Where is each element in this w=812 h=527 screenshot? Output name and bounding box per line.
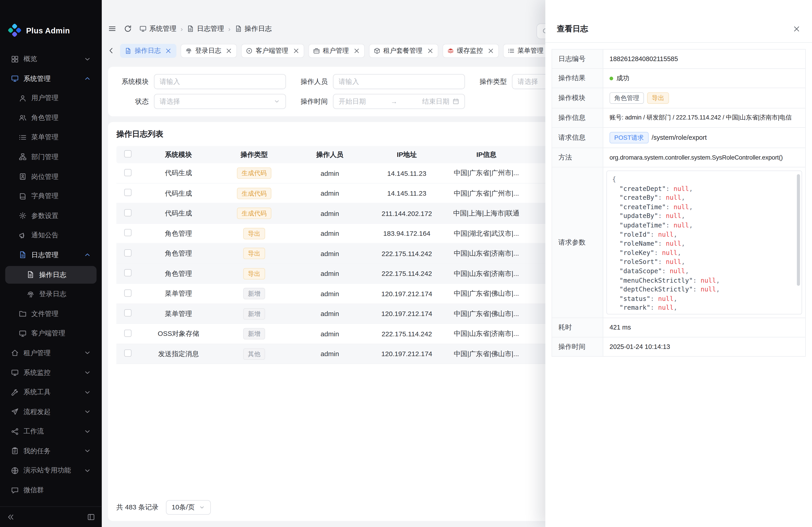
sidebar-item-user-management[interactable]: 用户管理 (5, 89, 97, 107)
request-params-code[interactable]: {"createDept": null,"createBy": null,"cr… (606, 171, 802, 315)
row-checkbox[interactable] (124, 350, 131, 357)
sidebar-item-workflow[interactable]: 工作流 (5, 423, 97, 440)
placeholder: 请选择 (160, 97, 180, 106)
column-header[interactable]: IP信息 (445, 150, 528, 160)
panel-toggle-icon[interactable] (87, 513, 95, 521)
sidebar-item-post-management[interactable]: 岗位管理 (5, 168, 97, 185)
drawer-field-method: 方法org.dromara.system.controller.system.S… (552, 148, 805, 167)
breadcrumb-item-system-management[interactable]: 系统管理 (140, 24, 176, 33)
sidebar-item-label: 系统监控 (24, 368, 50, 377)
sidebar-item-client-management[interactable]: 客户端管理 (5, 325, 97, 342)
collapse-sidebar-icon[interactable] (7, 513, 15, 521)
filter-input-operator[interactable]: 请输入 (333, 74, 465, 89)
target-icon (246, 47, 252, 54)
breadcrumb-separator: › (228, 25, 231, 33)
refresh-icon[interactable] (124, 25, 132, 33)
sidebar-item-login-log[interactable]: 登录日志 (5, 285, 97, 303)
wrench-icon (11, 388, 19, 396)
fingerprint-icon (185, 47, 192, 54)
sidebar-item-menu-management[interactable]: 菜单管理 (5, 129, 97, 146)
cell-operator: admin (291, 350, 369, 358)
tab-close-icon[interactable] (487, 47, 494, 54)
sidebar-item-log-management[interactable]: 日志管理 (5, 246, 97, 264)
sidebar-item-demo-features[interactable]: 演示站专用功能 (5, 462, 97, 480)
operation-type-tag: 生成代码 (237, 187, 271, 199)
drawer-field-result: 操作结果成功 (552, 69, 805, 88)
column-header[interactable]: 系统模块 (140, 150, 218, 160)
row-checkbox[interactable] (124, 229, 131, 236)
sidebar-item-file-management[interactable]: 文件管理 (5, 305, 97, 323)
row-checkbox[interactable] (124, 209, 131, 216)
sidebar-item-overview[interactable]: 概览 (5, 50, 97, 68)
page-size-select[interactable]: 10条/页 (166, 500, 211, 515)
sidebar-item-role-management[interactable]: 角色管理 (5, 109, 97, 127)
tab-label: 操作日志 (135, 46, 161, 55)
badge-icon (19, 173, 27, 181)
tab-cache-monitor[interactable]: 缓存监控 (442, 44, 499, 58)
sidebar-item-my-tasks[interactable]: 我的任务 (5, 442, 97, 460)
cell-ip: 120.197.212.174 (369, 350, 445, 358)
tab-tenant-package[interactable]: 租户套餐管理 (369, 44, 438, 58)
tab-close-icon[interactable] (225, 47, 232, 54)
sidebar-item-label: 参数设置 (31, 211, 58, 221)
sidebar-item-wechat-group[interactable]: 微信群 (5, 481, 97, 499)
request-path: /system/role/export (652, 134, 707, 141)
module-tag: 导出 (647, 92, 669, 104)
chevron-down-icon (84, 349, 91, 357)
column-header[interactable]: IP地址 (369, 150, 445, 160)
breadcrumb-item-operation-log[interactable]: 操作日志 (235, 24, 272, 33)
breadcrumb-item-log-management[interactable]: 日志管理 (187, 24, 224, 33)
tab-operation-log[interactable]: 操作日志 (120, 44, 176, 58)
row-checkbox-cell (116, 330, 140, 338)
row-checkbox[interactable] (124, 289, 131, 297)
row-checkbox[interactable] (124, 310, 131, 317)
tabs-scroll-left-icon[interactable] (107, 46, 115, 55)
sidebar-item-system-management[interactable]: 系统管理 (5, 70, 97, 88)
tab-close-icon[interactable] (426, 47, 433, 54)
sidebar-item-dict-management[interactable]: 字典管理 (5, 187, 97, 205)
tab-close-icon[interactable] (353, 47, 360, 54)
sidebar-item-system-monitor[interactable]: 系统监控 (5, 364, 97, 381)
monitor-icon (140, 25, 147, 32)
filter-daterange-time[interactable]: 开始日期→结束日期 (333, 94, 465, 109)
chevron-up-icon (84, 251, 91, 259)
sidebar-item-operation-log[interactable]: 操作日志 (5, 266, 97, 284)
sidebar-item-param-settings[interactable]: 参数设置 (5, 207, 97, 225)
breadcrumb-label: 系统管理 (149, 24, 176, 33)
row-checkbox[interactable] (124, 169, 131, 176)
drawer-field-params: 请求参数{"createDept": null,"createBy": null… (552, 167, 805, 318)
menu-toggle-icon[interactable] (108, 25, 116, 33)
sidebar-item-system-tools[interactable]: 系统工具 (5, 383, 97, 401)
scrollbar-thumb[interactable] (797, 174, 800, 286)
sidebar-item-process-start[interactable]: 流程发起 (5, 403, 97, 421)
cell-ip: 222.175.114.242 (369, 330, 445, 338)
column-header[interactable]: 操作人员 (291, 150, 369, 160)
tab-close-icon[interactable] (292, 47, 299, 54)
param-line: "roleSort": null, (612, 258, 793, 267)
briefcase-icon (313, 47, 320, 54)
flow-icon (11, 427, 19, 436)
row-checkbox[interactable] (124, 249, 131, 256)
row-checkbox[interactable] (124, 189, 131, 196)
tab-tenant-management[interactable]: 租户管理 (308, 44, 364, 58)
drawer-close-icon[interactable] (793, 25, 800, 33)
filter-group-module: 系统模块请输入 (116, 74, 286, 89)
breadcrumb-separator: › (181, 25, 183, 33)
column-header[interactable]: 操作类型 (218, 150, 291, 160)
tab-close-icon[interactable] (165, 47, 172, 54)
sidebar-item-tenant-management[interactable]: 租户管理 (5, 344, 97, 362)
row-checkbox[interactable] (124, 330, 131, 337)
select-all-checkbox[interactable] (124, 150, 131, 157)
filter-select-status[interactable]: 请选择 (154, 94, 286, 109)
sidebar-item-dept-management[interactable]: 部门管理 (5, 148, 97, 166)
drawer-field-info: 操作信息账号: admin / 研发部门 / 222.175.114.242 /… (552, 108, 805, 128)
tab-client-management[interactable]: 客户端管理 (241, 44, 304, 58)
sidebar-item-notice[interactable]: 通知公告 (5, 227, 97, 244)
app-logo[interactable]: Plus Admin (0, 16, 102, 45)
placeholder: 请输入 (160, 77, 180, 86)
row-checkbox[interactable] (124, 269, 131, 276)
drawer-header: 查看日志 (546, 0, 812, 43)
doc-icon (187, 25, 194, 32)
filter-input-module[interactable]: 请输入 (154, 74, 286, 89)
tab-login-log[interactable]: 登录日志 (181, 44, 237, 58)
